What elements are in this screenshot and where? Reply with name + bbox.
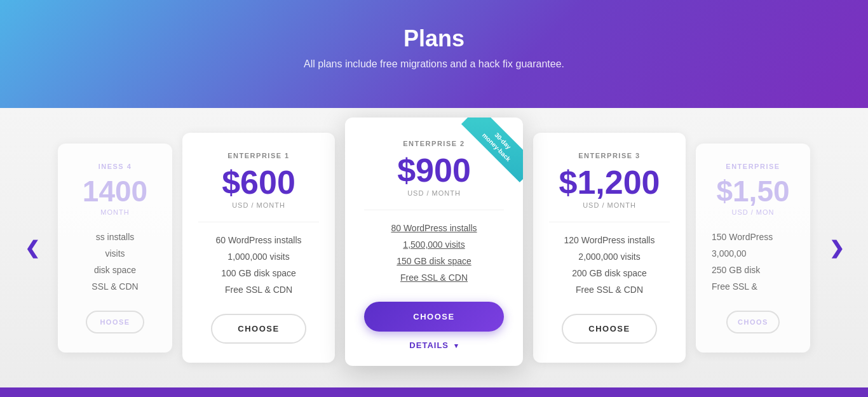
plan-name-e5: ENTERPRISE [712,163,794,170]
next-arrow[interactable]: ❯ [824,235,849,260]
plan-period-e5: USD / MON [712,208,794,216]
feature-ssl: SSL & CDN [74,278,156,295]
feature-ssl-e5: Free SSL & [712,278,794,295]
plan-features-e5: 150 WordPress 3,000,00 250 GB disk Free … [712,229,794,295]
choose-button-e1[interactable]: CHOOSE [211,314,306,344]
plan-card-enterprise-4: INESS 4 1400 MONTH ss installs visits di… [58,144,172,353]
header: Plans All plans include free migrations … [0,0,868,108]
choose-button-e5[interactable]: CHOOS [726,311,780,333]
feature-installs-e5: 150 WordPress [712,229,794,245]
plans-section: ❮ INESS 4 1400 MONTH ss installs visits … [0,108,868,397]
plan-price-e5: $1,50 [712,177,794,206]
choose-button-e3[interactable]: CHOOSE [562,314,656,344]
plan-features-e3: 120 WordPress installs 2,000,000 visits … [549,232,670,298]
plan-name-e3: ENTERPRISE 3 [549,152,670,159]
ribbon-text: 30-daymoney-back [461,118,523,182]
prev-arrow[interactable]: ❮ [19,235,44,260]
details-link[interactable]: DETAILS ▾ [364,340,504,350]
divider-e3 [549,222,670,222]
bottom-bar [0,387,868,397]
feature-visits-e1: 1,000,000 visits [198,248,319,265]
plan-period-e2: USD / MONTH [364,189,504,197]
feature-visits: visits [74,245,156,262]
ribbon: 30-daymoney-back [453,118,523,187]
feature-installs: ss installs [74,229,156,245]
divider-e1 [198,222,319,222]
feature-ssl-e2: Free SSL & CDN [364,269,504,286]
divider-e2 [364,210,504,210]
plan-price-e3: $1,200 [549,166,670,199]
plan-period: MONTH [74,208,156,216]
page-title: Plans [13,25,855,52]
plan-features: ss installs visits disk space SSL & CDN [74,229,156,295]
plan-card-enterprise-5: ENTERPRISE $1,50 USD / MON 150 WordPress… [696,144,810,353]
feature-ssl-e3: Free SSL & CDN [549,281,670,298]
feature-installs-e2: 80 WordPress installs [364,220,504,236]
feature-disk-e5: 250 GB disk [712,262,794,278]
plan-price-e1: $600 [198,166,319,199]
plan-card-enterprise-3: ENTERPRISE 3 $1,200 USD / MONTH 120 Word… [533,133,686,363]
plan-features-e1: 60 WordPress installs 1,000,000 visits 1… [198,232,319,298]
plan-card-enterprise-2: 30-daymoney-back ENTERPRISE 2 $900 USD /… [345,118,523,366]
feature-disk-e3: 200 GB disk space [549,265,670,281]
feature-disk-e2: 150 GB disk space [364,253,504,269]
plan-name: INESS 4 [74,163,156,170]
feature-visits-e3: 2,000,000 visits [549,248,670,265]
feature-installs-e1: 60 WordPress installs [198,232,319,248]
plan-card-enterprise-1: ENTERPRISE 1 $600 USD / MONTH 60 WordPre… [182,133,335,363]
cards-wrapper: INESS 4 1400 MONTH ss installs visits di… [34,130,834,366]
plan-name-e1: ENTERPRISE 1 [198,152,319,159]
choose-button-e2[interactable]: CHOOSE [364,302,504,332]
feature-ssl-e1: Free SSL & CDN [198,281,319,298]
plan-period-e3: USD / MONTH [549,201,670,209]
plan-price: 1400 [74,177,156,206]
feature-installs-e3: 120 WordPress installs [549,232,670,248]
feature-visits-e5: 3,000,00 [712,245,794,262]
feature-disk-e1: 100 GB disk space [198,265,319,281]
header-subtitle: All plans include free migrations and a … [13,58,855,70]
feature-visits-e2: 1,500,000 visits [364,236,504,253]
plan-features-e2: 80 WordPress installs 1,500,000 visits 1… [364,220,504,286]
choose-button-e4[interactable]: HOOSE [86,311,144,333]
plan-period-e1: USD / MONTH [198,201,319,209]
feature-disk: disk space [74,262,156,278]
plans-container: ❮ INESS 4 1400 MONTH ss installs visits … [0,108,868,387]
